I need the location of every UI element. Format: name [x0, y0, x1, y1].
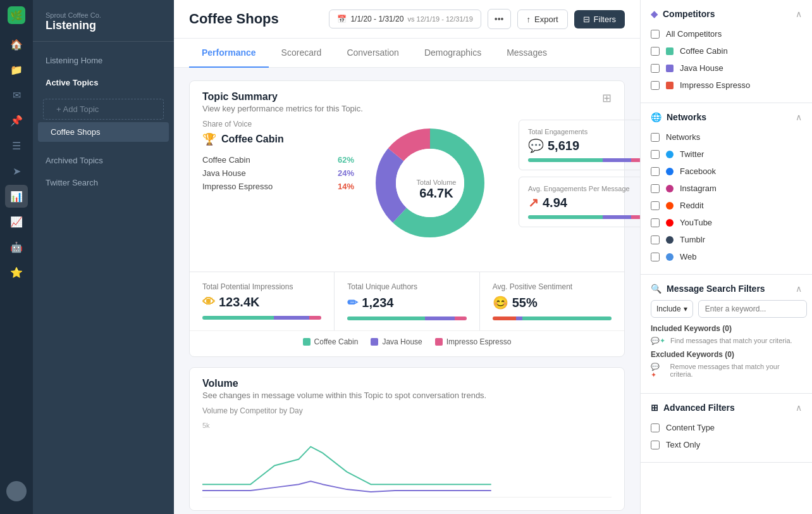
add-topic-button[interactable]: + Add Topic [43, 99, 164, 120]
network-facebook-checkbox[interactable] [651, 167, 660, 176]
competitor-impresso-checkbox[interactable] [651, 81, 660, 90]
avatar[interactable] [6, 481, 27, 501]
tab-demographics[interactable]: Demographics [412, 39, 494, 68]
content-type-label: Content Type [666, 423, 715, 432]
network-facebook[interactable]: Facebook [651, 163, 802, 180]
avg-engagements-label: Avg. Engagements Per Message [528, 185, 640, 192]
stat-impressions-value: 👁 123.4K [202, 295, 321, 310]
pin-nav-icon[interactable]: 📌 [5, 109, 28, 132]
competitor-java-house[interactable]: Java House [651, 60, 802, 77]
authors-icon: ✏ [347, 295, 358, 310]
content-type-checkbox[interactable] [651, 423, 660, 432]
included-keywords-label: Included Keywords (0) [651, 324, 802, 333]
youtube-color-dot [666, 219, 674, 227]
send-nav-icon[interactable]: ➤ [5, 160, 28, 182]
network-reddit[interactable]: Reddit [651, 197, 802, 214]
right-panel: ◆ Competitors ∧ All Competitors Coffee C… [640, 0, 812, 514]
competitors-title: ◆ Competitors [651, 9, 715, 19]
instagram-color-dot [666, 185, 674, 192]
network-instagram[interactable]: Instagram [651, 180, 802, 197]
header-controls: 📅 1/1/20 - 1/31/20 vs 12/1/19 - 12/31/19… [329, 9, 625, 29]
keyword-row: Include ▾ [651, 300, 802, 318]
network-reddit-checkbox[interactable] [651, 201, 660, 210]
network-web[interactable]: Web [651, 248, 802, 265]
network-all-checkbox[interactable] [651, 133, 660, 142]
sov-pct-java-house: 24% [338, 168, 354, 178]
trophy-icon: 🏆 [202, 132, 216, 146]
advanced-filters-header: ⊞ Advanced Filters ∧ [651, 403, 802, 413]
date-vs-text: vs 12/1/19 - 12/31/19 [407, 15, 472, 23]
sov-name-coffee-cabin: Coffee Cabin [202, 155, 250, 165]
star-nav-icon[interactable]: ⭐ [5, 261, 28, 284]
competitor-coffee-cabin-checkbox[interactable] [651, 47, 660, 56]
sidebar-item-listening-home[interactable]: Listening Home [33, 49, 174, 72]
stat-sentiment-value: 😊 55% [493, 295, 612, 310]
keyword-input[interactable] [698, 300, 807, 318]
stat-authors-label: Total Unique Authors [347, 282, 466, 291]
competitor-coffee-cabin[interactable]: Coffee Cabin [651, 42, 802, 60]
home-nav-icon[interactable]: 🏠 [5, 33, 28, 56]
tab-performance[interactable]: Performance [189, 39, 269, 68]
sidebar-item-archived-topics[interactable]: Archived Topics [33, 149, 174, 172]
network-twitter-label: Twitter [680, 149, 704, 159]
more-options-button[interactable]: ••• [488, 9, 511, 29]
network-youtube-checkbox[interactable] [651, 218, 660, 227]
network-web-checkbox[interactable] [651, 253, 660, 261]
stat-impressions: Total Potential Impressions 👁 123.4K [190, 272, 335, 330]
stat-sentiment: Avg. Positive Sentiment 😊 55% [480, 272, 624, 330]
chart-nav-icon[interactable]: 📊 [5, 185, 28, 208]
legend-java-house: Java House [371, 337, 422, 346]
bar-nav-icon[interactable]: 📈 [5, 210, 28, 233]
facebook-color-dot [666, 168, 674, 175]
tab-conversation[interactable]: Conversation [334, 39, 412, 68]
sidebar-item-active-topics[interactable]: Active Topics [33, 72, 174, 94]
impressions-icon: 👁 [202, 295, 215, 310]
competitor-java-house-label: Java House [680, 63, 723, 73]
message-filters-chevron[interactable]: ∧ [796, 284, 802, 294]
network-youtube[interactable]: YouTube [651, 214, 802, 231]
legend-label-java-house: Java House [382, 337, 422, 346]
network-twitter-checkbox[interactable] [651, 150, 660, 159]
network-instagram-checkbox[interactable] [651, 184, 660, 193]
sov-row-coffee-cabin: Coffee Cabin 62% [202, 155, 354, 165]
competitors-section: ◆ Competitors ∧ All Competitors Coffee C… [641, 0, 812, 103]
network-tumblr[interactable]: Tumblr [651, 231, 802, 248]
grid-view-icon[interactable]: ⊞ [602, 91, 612, 105]
authors-number: 1,234 [362, 296, 393, 310]
competitor-impresso[interactable]: Impresso Espresso [651, 77, 802, 94]
date-range-button[interactable]: 📅 1/1/20 - 1/31/20 vs 12/1/19 - 12/31/19 [329, 9, 481, 28]
network-all[interactable]: Networks [651, 128, 802, 146]
export-label: Export [534, 15, 558, 24]
network-tumblr-checkbox[interactable] [651, 235, 660, 244]
filters-button[interactable]: ⊟ Filters [574, 10, 625, 28]
advanced-content-type[interactable]: Content Type [651, 419, 802, 436]
tab-messages[interactable]: Messages [494, 39, 560, 68]
sidebar-item-twitter-search[interactable]: Twitter Search [33, 172, 174, 194]
competitor-all-checkbox[interactable] [651, 30, 660, 39]
volume-title: Volume [202, 378, 486, 389]
sidebar-item-coffee-shops[interactable]: Coffee Shops [38, 122, 169, 142]
networks-chevron[interactable]: ∧ [796, 112, 802, 122]
stat-impressions-label: Total Potential Impressions [202, 282, 321, 291]
list-nav-icon[interactable]: ☰ [5, 134, 28, 157]
advanced-text-only[interactable]: Text Only [651, 436, 802, 453]
impresso-color-dot [666, 82, 674, 89]
tab-scorecard[interactable]: Scorecard [269, 39, 335, 68]
advanced-filters-chevron[interactable]: ∧ [796, 403, 802, 413]
mail-nav-icon[interactable]: ✉ [5, 84, 28, 106]
bot-nav-icon[interactable]: 🤖 [5, 235, 28, 258]
competitors-chevron[interactable]: ∧ [796, 9, 802, 19]
topic-summary-title: Topic Summary [202, 91, 363, 103]
main-content: Topic Summary View key performance metri… [174, 68, 640, 514]
competitor-all[interactable]: All Competitors [651, 25, 802, 42]
folder-nav-icon[interactable]: 📁 [5, 58, 28, 81]
include-select[interactable]: Include ▾ [651, 300, 693, 318]
filters-label: Filters [594, 15, 616, 24]
competitor-java-house-checkbox[interactable] [651, 64, 660, 73]
text-only-checkbox[interactable] [651, 441, 660, 449]
sentiment-icon: 😊 [493, 295, 508, 310]
network-twitter[interactable]: Twitter [651, 146, 802, 163]
export-button[interactable]: ↑ Export [517, 9, 568, 29]
sov-pct-impresso: 14% [338, 182, 354, 191]
twitter-color-dot [666, 151, 674, 158]
